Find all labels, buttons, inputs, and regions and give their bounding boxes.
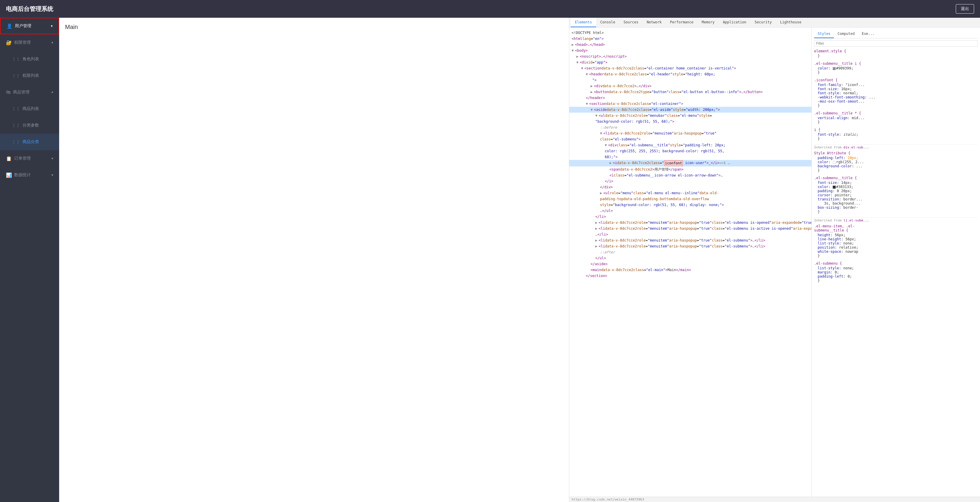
html-line: </ul>: [569, 255, 811, 261]
rule-prop: font-style: normal;: [818, 91, 978, 95]
html-line: ▶ <ul role="menu" class="el-menu el-menu…: [569, 190, 811, 196]
rule-prop: color: #909399;: [818, 66, 978, 70]
rule-prop: }: [818, 168, 978, 172]
main-title: Main: [65, 24, 78, 30]
sidebar-item-user-title[interactable]: span 56×20 👤 用户管理 ▾: [0, 18, 59, 34]
devtools-body: <!DOCTYPE html> <html lang="en"> ▶ <head…: [569, 27, 980, 497]
html-line: ▼ <section data-v-8dc7cce2 class="el-con…: [569, 101, 811, 107]
sidebar-item-goods-category[interactable]: ⋮⋮ 商品分类: [0, 133, 59, 150]
styles-tab-event-listeners[interactable]: Eve...: [858, 30, 878, 38]
html-line: "background-color: rgb(51, 55, 68);">: [569, 119, 811, 124]
style-rule-menu-item: .el-menu-item, .el-submenu__title { heig…: [814, 224, 978, 258]
devtools-tab-network[interactable]: Network: [643, 18, 666, 27]
rule-prop: background-color: ...: [818, 164, 978, 168]
html-line: <!DOCTYPE html>: [569, 30, 811, 36]
html-line-highlighted: ▶ <i data-v-8dc7cce2 class="iconfont ico…: [569, 160, 811, 167]
rule-body: list-style: none; margin: 0; padding-lef…: [814, 266, 978, 283]
sidebar-item-goods-list[interactable]: ⋮⋮ 商品列表: [0, 100, 59, 117]
devtools-tab-lighthouse[interactable]: Lighthouse: [776, 18, 805, 27]
devtools-tab-console[interactable]: Console: [596, 18, 619, 27]
sidebar-item-user-label: 用户管理: [15, 23, 31, 29]
permissions-label: 权限列表: [22, 73, 39, 78]
rule-body: padding-left: 20px; color: rgb(255, 2...…: [814, 156, 978, 172]
user-arrow-icon: ▾: [51, 24, 52, 28]
html-line: </section>: [569, 273, 811, 279]
styles-filter-input[interactable]: [814, 40, 978, 47]
sidebar-item-goods[interactable]: 🛍 商品管理 ▾ ⋮⋮ 商品列表 ⋮⋮ 分类参数: [0, 84, 59, 150]
sidebar-item-permissions[interactable]: ⋮⋮ 权限列表: [0, 67, 59, 84]
logout-button[interactable]: 退出: [956, 4, 974, 14]
sidebar-item-permission[interactable]: 🔐 权限管理 ▾ ⋮⋮ 角色列表 ⋮⋮ 权限列表: [0, 34, 59, 84]
devtools-tab-application[interactable]: Application: [719, 18, 750, 27]
rule-body: font-size: 14px; color: #303133; padding…: [814, 181, 978, 214]
style-rule-i: i { font-style: italic; }: [814, 128, 978, 141]
rule-prop: }: [818, 70, 978, 75]
html-line: ▶ <noscript>…</noscript>: [569, 54, 811, 59]
rule-prop: padding-left: 20px;: [818, 156, 978, 160]
app-container: 电商后台管理系统 退出 span 56×20 👤 用户管理 ▾: [0, 0, 980, 502]
rule-selector: .el-submenu {: [814, 261, 978, 265]
permission-submenu: ⋮⋮ 角色列表 ⋮⋮ 权限列表: [0, 51, 59, 84]
sidebar-item-category-params[interactable]: ⋮⋮ 分类参数: [0, 117, 59, 133]
rule-prop: 3s, background...: [818, 201, 978, 205]
rule-prop: vertical-align: mid...: [818, 116, 978, 120]
main-content: Main: [59, 18, 569, 502]
html-line: color: rgb(255, 255, 255); background-co…: [569, 148, 811, 154]
rule-prop: }: [818, 54, 978, 58]
sidebar-item-stats[interactable]: 📊 数据统计 ▾: [0, 167, 59, 183]
rule-prop: font-size: 16px;: [818, 87, 978, 91]
sidebar-item-permission-title[interactable]: 🔐 权限管理 ▾: [0, 34, 59, 51]
html-line: …</ul>: [569, 208, 811, 214]
roles-icon: ⋮⋮: [12, 57, 20, 62]
html-line: …</li>: [569, 232, 811, 237]
sidebar-item-roles[interactable]: ⋮⋮ 角色列表: [0, 51, 59, 67]
sidebar-item-order-title[interactable]: 📋 订单管理 ▾: [0, 150, 59, 167]
devtools-tab-memory[interactable]: Memory: [698, 18, 719, 27]
sidebar-item-user[interactable]: span 56×20 👤 用户管理 ▾: [0, 18, 59, 34]
rule-prop: }: [818, 137, 978, 141]
rule-prop: font-style: italic;: [818, 132, 978, 137]
rule-body: vertical-align: mid... }: [814, 116, 978, 124]
rule-prop: list-style: none;: [818, 266, 978, 270]
html-line: ▼ <ul data-v-8dc7cce2 role="menubar" cla…: [569, 113, 811, 119]
category-params-label: 分类参数: [22, 123, 39, 128]
style-rule-element: element.style { }: [814, 49, 978, 58]
permissions-icon: ⋮⋮: [12, 73, 20, 78]
sidebar-item-order-label: 订单管理: [14, 156, 31, 161]
html-line: ▶ <li data-v-8dc7cce2 role="menuitem" ar…: [569, 243, 811, 249]
html-line: <html lang="en">: [569, 36, 811, 42]
devtools-tab-security[interactable]: Security: [751, 18, 776, 27]
stats-icon: 📊: [6, 172, 12, 178]
sidebar-item-order[interactable]: 📋 订单管理 ▾: [0, 150, 59, 167]
sidebar-item-stats-label: 数据统计: [14, 172, 31, 178]
devtools-tab-sources[interactable]: Sources: [619, 18, 643, 27]
html-line: ▼ <body>: [569, 48, 811, 54]
devtools-tab-performance[interactable]: Performance: [666, 18, 698, 27]
html-line: class="el-submenu">: [569, 136, 811, 142]
rule-prop: padding: 0 20px;: [818, 189, 978, 193]
html-line: ▶ <li data-v-8dc7cce2 role="menuitem" ar…: [569, 226, 811, 232]
rule-body: color: #909399; }: [814, 66, 978, 75]
rule-body: font-style: italic; }: [814, 132, 978, 141]
rule-prop: white-space: nowrap: [818, 249, 978, 254]
sidebar: span 56×20 👤 用户管理 ▾ 🔐 权限管理 ▾: [0, 18, 59, 502]
rule-selector: .el-submenu__title {: [814, 176, 978, 180]
styles-tab-computed[interactable]: Computed: [834, 30, 858, 38]
html-line: ▶ <button data-v-8dc7cce2 type="button" …: [569, 89, 811, 95]
html-panel[interactable]: <!DOCTYPE html> <html lang="en"> ▶ <head…: [569, 27, 812, 497]
styles-panel[interactable]: Styles Computed Eve... element.style { }: [812, 27, 980, 497]
styles-tab-styles[interactable]: Styles: [814, 30, 834, 38]
html-line: 68);">: [569, 154, 811, 160]
rule-body: height: 56px; line-height: 56px; list-st…: [814, 233, 978, 258]
roles-label: 角色列表: [22, 56, 39, 62]
html-line: ▶ <li data-v-8dc7cce2 role="menuitem" ar…: [569, 220, 811, 226]
html-line: </i>: [569, 178, 811, 184]
devtools-tab-elements[interactable]: Elements: [571, 18, 596, 27]
devtools-panel: Elements Console Sources Network Perform…: [569, 18, 980, 502]
sidebar-item-stats-title[interactable]: 📊 数据统计 ▾: [0, 167, 59, 183]
html-line: </header>: [569, 95, 811, 101]
rule-body: font-family: "iconf... font-size: 16px; …: [814, 83, 978, 108]
sidebar-item-goods-title[interactable]: 🛍 商品管理 ▾: [0, 84, 59, 100]
html-line: <span data-v-8dc7cce2>用户管理</span>: [569, 167, 811, 172]
style-rule-submenu-star: .el-submenu__title * { vertical-align: m…: [814, 111, 978, 124]
